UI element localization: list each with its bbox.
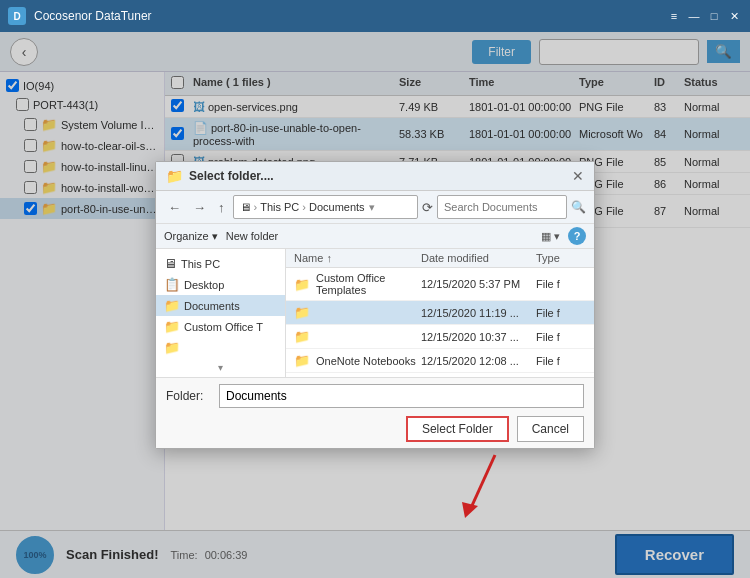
- help-button[interactable]: ?: [568, 227, 586, 245]
- dialog-footer: Folder: Select Folder Cancel: [156, 377, 594, 448]
- nav-label-documents: Documents: [184, 300, 240, 312]
- dialog-file-type-1: File f: [536, 307, 586, 319]
- dialog-header-date: Date modified: [421, 252, 536, 264]
- dialog-title-bar: 📁 Select folder.... ✕: [156, 162, 594, 191]
- nav-label-customoffice: Custom Office T: [184, 321, 263, 333]
- dialog-organize-bar: Organize ▾ New folder ▦ ▾ ?: [156, 224, 594, 249]
- dialog-title-text: Select folder....: [189, 169, 566, 183]
- nav-scroll-indicator: ▾: [156, 362, 285, 373]
- nav-item-customoffice[interactable]: 📁 Custom Office T: [156, 316, 285, 337]
- dialog-file-icon-3: 📁: [294, 353, 310, 368]
- dialog-up-button[interactable]: ↑: [214, 198, 229, 217]
- title-bar: D Cocosenor DataTuner ≡ — □ ✕: [0, 0, 750, 32]
- dialog-search-icon: 🔍: [571, 200, 586, 214]
- customoffice-icon: 📁: [164, 319, 180, 334]
- nav-item-desktop[interactable]: 📋 Desktop: [156, 274, 285, 295]
- svg-line-0: [470, 455, 495, 510]
- nav-label-desktop: Desktop: [184, 279, 224, 291]
- nav-item-thispc[interactable]: 🖥 This PC: [156, 253, 285, 274]
- dialog-file-type-3: File f: [536, 355, 586, 367]
- dialog-overlay: 📁 Select folder.... ✕ ← → ↑ 🖥 › This PC …: [0, 32, 750, 578]
- maximize-button[interactable]: □: [706, 9, 722, 23]
- dialog-file-date-3: 12/15/2020 12:08 ...: [421, 355, 536, 367]
- dialog-file-header: Name ↑ Date modified Type: [286, 249, 594, 268]
- folder-row: Folder:: [166, 384, 584, 408]
- path-part-thispc: This PC: [260, 201, 299, 213]
- dialog-file-icon-1: 📁: [294, 305, 310, 320]
- dialog-file-type-0: File f: [536, 278, 586, 290]
- dialog-forward-button[interactable]: →: [189, 198, 210, 217]
- app-title: Cocosenor DataTuner: [34, 9, 666, 23]
- documents-icon: 📁: [164, 298, 180, 313]
- dialog-file-row[interactable]: 📁 OneNote Notebooks 12/15/2020 12:08 ...…: [286, 349, 594, 373]
- nav-item-extra[interactable]: 📁: [156, 337, 285, 358]
- dialog-toolbar: ← → ↑ 🖥 › This PC › Documents ▾ ⟳ 🔍: [156, 191, 594, 224]
- organize-button[interactable]: Organize ▾: [164, 230, 218, 243]
- dialog-file-name-0: Custom Office Templates: [316, 272, 421, 296]
- dialog-back-button[interactable]: ←: [164, 198, 185, 217]
- arrow-svg: [450, 450, 510, 520]
- desktop-icon: 📋: [164, 277, 180, 292]
- logo-icon: D: [13, 11, 20, 22]
- view-button[interactable]: ▦ ▾: [541, 230, 560, 243]
- svg-marker-1: [462, 502, 478, 518]
- select-folder-dialog: 📁 Select folder.... ✕ ← → ↑ 🖥 › This PC …: [155, 161, 595, 449]
- menu-button[interactable]: ≡: [666, 9, 682, 23]
- dialog-file-pane: Name ↑ Date modified Type 📁 Custom Offic…: [286, 249, 594, 377]
- dialog-file-date-0: 12/15/2020 5:37 PM: [421, 278, 536, 290]
- nav-item-documents[interactable]: 📁 Documents: [156, 295, 285, 316]
- dialog-file-name-3: OneNote Notebooks: [316, 355, 421, 367]
- dialog-refresh-button[interactable]: ⟳: [422, 200, 433, 215]
- folder-input[interactable]: [219, 384, 584, 408]
- dialog-close-button[interactable]: ✕: [572, 168, 584, 184]
- close-button[interactable]: ✕: [726, 9, 742, 23]
- dialog-file-row[interactable]: 📁 Custom Office Templates 12/15/2020 5:3…: [286, 268, 594, 301]
- dialog-search-input[interactable]: [437, 195, 567, 219]
- cancel-button[interactable]: Cancel: [517, 416, 584, 442]
- path-bar[interactable]: 🖥 › This PC › Documents ▾: [233, 195, 419, 219]
- dialog-header-type: Type: [536, 252, 586, 264]
- dialog-header-name: Name ↑: [294, 252, 421, 264]
- app-logo: D: [8, 7, 26, 25]
- dialog-file-row[interactable]: 📁 12/15/2020 11:19 ... File f: [286, 301, 594, 325]
- dialog-buttons: Select Folder Cancel: [166, 416, 584, 442]
- thispc-icon: 🖥: [164, 256, 177, 271]
- select-folder-button[interactable]: Select Folder: [406, 416, 509, 442]
- dialog-inner: 🖥 This PC 📋 Desktop 📁 Documents 📁 Custom…: [156, 249, 594, 377]
- new-folder-button[interactable]: New folder: [226, 230, 279, 242]
- folder-label: Folder:: [166, 389, 211, 403]
- dialog-file-type-2: File f: [536, 331, 586, 343]
- dialog-nav-pane: 🖥 This PC 📋 Desktop 📁 Documents 📁 Custom…: [156, 249, 286, 377]
- nav-label-thispc: This PC: [181, 258, 220, 270]
- minimize-button[interactable]: —: [686, 9, 702, 23]
- extra-folder-icon: 📁: [164, 340, 180, 355]
- dialog-file-row[interactable]: 📁 12/15/2020 10:37 ... File f: [286, 325, 594, 349]
- path-part-documents: Documents: [309, 201, 365, 213]
- dialog-file-icon-0: 📁: [294, 277, 310, 292]
- dialog-file-date-2: 12/15/2020 10:37 ...: [421, 331, 536, 343]
- dialog-file-icon-2: 📁: [294, 329, 310, 344]
- dialog-title-icon: 📁: [166, 168, 183, 184]
- arrow-indicator: [450, 450, 510, 523]
- title-bar-controls: ≡ — □ ✕: [666, 9, 742, 23]
- path-icon: 🖥: [240, 201, 251, 213]
- dialog-file-date-1: 12/15/2020 11:19 ...: [421, 307, 536, 319]
